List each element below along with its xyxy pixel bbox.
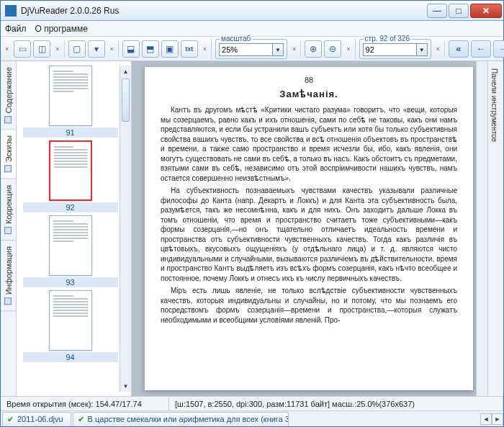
tabs-scroll-left-icon[interactable]: ◄ — [480, 413, 492, 425]
fit-height-button[interactable]: ⬒ — [142, 40, 159, 58]
prev-page-button[interactable]: ← — [471, 40, 491, 58]
thumb-93[interactable]: 93 — [21, 215, 120, 287]
thumb-94[interactable]: 94 — [21, 290, 120, 362]
thumb-label: 94 — [23, 352, 118, 362]
app-window: DjVuReader 2.0.0.26 Rus — □ ✕ Файл О про… — [0, 0, 504, 427]
fit-page-button[interactable]: ▣ — [161, 40, 179, 58]
status-open-time: Время открытия (мсек): 154.47/17.74 — [1, 397, 169, 410]
page-input[interactable] — [363, 43, 416, 56]
paragraph: Міръ есть лишь явленіе, не только вслѣдс… — [161, 286, 457, 325]
page-heading: Замѣчанія. — [161, 89, 457, 99]
check-icon: ✔ — [7, 415, 14, 424]
zoom-fieldset: масштаб ▼ — [215, 39, 287, 59]
fit-width-button[interactable]: ⬓ — [122, 40, 140, 58]
sidetab-info[interactable]: Информация — [1, 241, 16, 311]
page-dropdown-icon[interactable]: ▼ — [416, 43, 428, 56]
body: Содержание Эскизы Коррекция Информация 9… — [1, 61, 503, 396]
menu-file[interactable]: Файл — [5, 24, 27, 34]
menu-about[interactable]: О программе — [35, 24, 88, 34]
right-sidetabs: Панели инструментов — [487, 61, 503, 396]
window-title: DjVuReader 2.0.0.26 Rus — [21, 6, 426, 16]
sidetab-contents[interactable]: Содержание — [1, 61, 16, 130]
thumb-label: 91 — [23, 127, 118, 138]
zoom-input[interactable] — [219, 43, 272, 56]
thumbs-scrollbar[interactable]: ▲ ▼ — [120, 66, 131, 392]
view-page-button[interactable]: ▢ — [68, 40, 86, 58]
page-fieldset: стр. 92 of 326 ▼ — [359, 39, 431, 59]
page-label: стр. 92 of 326 — [364, 35, 411, 42]
sidetab-correction[interactable]: Коррекция — [1, 179, 16, 241]
scroll-grip[interactable] — [122, 78, 130, 122]
tabs-scroll: ◄ ► — [480, 413, 503, 425]
toolbar: × ▭ ◫ × ▢ ▾ × ⬓ ⬒ ▣ txt × масштаб ▼ — [1, 37, 503, 61]
app-icon — [5, 5, 17, 17]
paragraph: На субъективность познаваемыхъ чувствами… — [161, 186, 457, 283]
zoom-label: масштаб — [220, 35, 252, 42]
tab-icon — [5, 166, 12, 173]
view-chevron-icon[interactable]: ▾ — [88, 40, 105, 58]
page-number: 88 — [161, 76, 457, 84]
paragraph: Кантъ въ другомъ мѣстѣ «Критики чистаго … — [161, 105, 457, 183]
next-page-button[interactable]: → — [493, 40, 504, 58]
thumb-label: 92 — [23, 202, 118, 212]
group-close-icon[interactable]: × — [292, 45, 296, 53]
zoom-out-button[interactable]: ⊖ — [324, 40, 341, 58]
thumbnails-panel: 91 92 93 94 ▲ — [17, 61, 132, 396]
layout-two-button[interactable]: ◫ — [33, 40, 50, 58]
scroll-up-icon[interactable]: ▲ — [120, 66, 131, 77]
sidetab-toolpanels[interactable]: Панели инструментов — [488, 61, 500, 149]
viewer-scrollbar[interactable] — [476, 61, 487, 396]
thumb-label: 93 — [23, 277, 118, 287]
maximize-button[interactable]: □ — [449, 4, 469, 18]
status-page-info: [ш:1507, в:2550, dpi:300, разм:11731 бай… — [169, 397, 503, 410]
check-icon: ✔ — [78, 415, 84, 424]
file-tab-1[interactable]: ✔2011-06.djvu — [2, 412, 71, 426]
group-close-icon[interactable]: × — [436, 45, 440, 53]
close-button[interactable]: ✕ — [470, 4, 502, 18]
group-close-icon[interactable]: × — [5, 45, 9, 53]
first-page-button[interactable]: « — [449, 40, 469, 58]
tab-icon — [5, 297, 12, 305]
file-tab-2[interactable]: ✔В царстве смекалки или арифметика для в… — [73, 412, 289, 426]
document-tabs: ✔2011-06.djvu ✔В царстве смекалки или ар… — [1, 410, 503, 426]
tab-icon — [5, 227, 12, 234]
minimize-button[interactable]: — — [427, 4, 447, 18]
tabs-scroll-right-icon[interactable]: ► — [492, 413, 503, 425]
zoom-in-button[interactable]: ⊕ — [305, 40, 322, 58]
group-close-icon[interactable]: × — [55, 45, 59, 53]
titlebar: DjVuReader 2.0.0.26 Rus — □ ✕ — [1, 1, 503, 21]
group-close-icon[interactable]: × — [203, 45, 207, 53]
group-close-icon[interactable]: × — [110, 45, 114, 53]
zoom-dropdown-icon[interactable]: ▼ — [272, 43, 284, 56]
sidetab-thumbs[interactable]: Эскизы — [1, 130, 16, 179]
layout-single-button[interactable]: ▭ — [14, 40, 31, 58]
text-mode-button[interactable]: txt — [181, 40, 198, 58]
page-content: 88 Замѣчанія. Кантъ въ другомъ мѣстѣ «Кр… — [145, 67, 473, 390]
window-buttons: — □ ✕ — [426, 4, 502, 18]
thumb-92[interactable]: 92 — [21, 140, 120, 212]
group-close-icon[interactable]: × — [346, 45, 350, 53]
statusbar: Время открытия (мсек): 154.47/17.74 [ш:1… — [1, 396, 503, 410]
tab-icon — [5, 116, 12, 123]
thumb-91[interactable]: 91 — [21, 66, 120, 138]
left-sidetabs: Содержание Эскизы Коррекция Информация — [1, 61, 17, 396]
thumbnails-list: 91 92 93 94 — [21, 66, 120, 392]
viewer-area: 88 Замѣчанія. Кантъ въ другомъ мѣстѣ «Кр… — [132, 61, 487, 396]
scroll-down-icon[interactable]: ▼ — [120, 380, 131, 392]
